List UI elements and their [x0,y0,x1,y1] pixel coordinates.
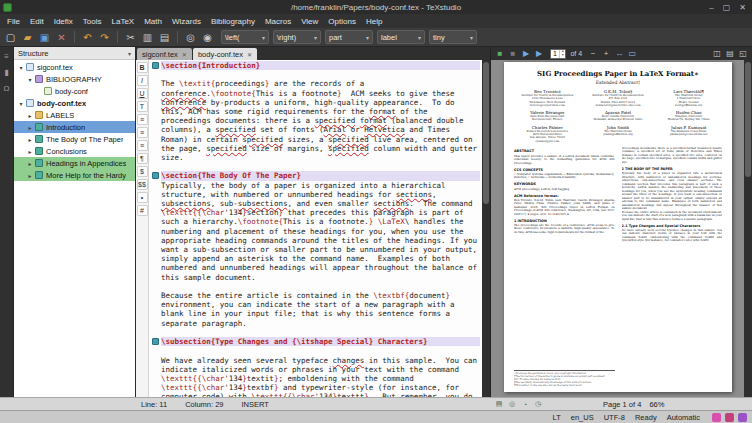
status-en-us[interactable]: en_US [571,413,594,422]
structure-item-sigconf-tex[interactable]: ▾sigconf.tex [14,61,135,73]
new-file-icon[interactable]: ▢ [3,30,18,45]
status-utf-8[interactable]: UTF-8 [604,413,625,422]
minimize-button[interactable]: – [709,3,713,12]
toolbar-combo-sectioning[interactable]: part▾ [325,30,373,44]
section-mark-icon[interactable] [152,338,159,345]
toolbar-combo-references[interactable]: label▾ [377,30,425,44]
structure-item-more-help-for-the-hardy[interactable]: ▸More Help for the Hardy [14,169,135,181]
bookmarks-tab-icon[interactable]: ▮ [1,66,13,78]
two-pages-icon[interactable]: ◫ [711,48,723,60]
flag-magenta-icon[interactable] [712,413,721,422]
structure-item-the-body-of-the-paper[interactable]: ▸The Body of The Paper [14,133,135,145]
structure-item-bibliography[interactable]: ▾BIBLIOGRAPHY [14,73,135,85]
numbered-list-icon[interactable]: # [137,205,148,216]
toolbar-combo-left-delimiter[interactable]: \left(▾ [221,30,269,44]
flag-red-icon[interactable] [725,413,734,422]
replace-icon[interactable]: ◉ [200,30,215,45]
save-icon[interactable]: ▣ [37,30,52,45]
align-right-icon[interactable]: ≡ [137,140,148,151]
status-automatic[interactable]: Automatic [667,413,700,422]
redo-icon[interactable]: ↷ [97,30,112,45]
close-tab-icon[interactable]: ✕ [182,51,187,58]
expander-icon[interactable]: ▸ [26,136,34,143]
expander-icon[interactable]: ▸ [26,112,34,119]
editor-scrollbar-thumb[interactable] [483,62,489,204]
search-icon[interactable]: ◎ [507,399,517,409]
menu-view[interactable]: View [296,14,323,28]
new-paragraph-icon[interactable]: ¶ [137,153,148,164]
spinbox-arrows-icon[interactable]: ▲▼ [559,50,565,58]
fit-width-icon[interactable]: ↔ [613,48,625,60]
menu-file[interactable]: File [2,14,25,28]
toolbar-combo-font-size[interactable]: tiny▾ [429,30,477,44]
bullet-list-icon[interactable]: • [137,192,148,203]
expander-icon[interactable]: ▾ [17,64,25,71]
structure-item-body-conf[interactable]: body-conf [14,85,135,97]
menu-help[interactable]: Help [361,14,387,28]
compile-icon[interactable]: ■ [494,48,506,60]
forward-icon[interactable]: ▶ [533,48,545,60]
structure-panel-header[interactable]: Structure ▾ [14,47,135,60]
messages-icon[interactable]: ▤ [494,399,504,409]
structure-item-conclusions[interactable]: ▸Conclusions [14,145,135,157]
menu-options[interactable]: Options [323,14,361,28]
structure-item-introduction[interactable]: ▸Introduction [14,121,135,133]
expander-icon[interactable]: ▸ [26,160,34,167]
menu-bibliography[interactable]: Bibliography [206,14,260,28]
copy-icon[interactable]: ▥ [140,30,155,45]
maximize-button[interactable]: ▢ [723,3,731,12]
code-scroll-area[interactable]: \section{Introduction} The \textit{proce… [149,60,482,397]
align-center-icon[interactable]: ≡ [137,127,148,138]
menu-tools[interactable]: Tools [78,14,107,28]
pdf-scrollbar[interactable] [744,60,752,397]
page-number-spinbox[interactable]: 1 ▲▼ [550,49,566,59]
fit-window-icon[interactable]: ▭ [626,48,638,60]
book-icon[interactable]: ▤ [724,48,736,60]
paste-icon[interactable]: ▤ [157,30,172,45]
chevron-down-icon[interactable]: ▾ [128,50,131,57]
annotations-icon[interactable]: ◔ [520,399,530,409]
code-editor[interactable]: \section{Introduction} The \textit{proce… [149,60,482,397]
tab-sigconf-tex[interactable]: sigconf.tex✕ [137,48,192,60]
section-mark-icon[interactable] [152,62,159,69]
expander-icon[interactable]: ▾ [17,100,25,107]
menu-idefix[interactable]: Idefix [49,14,78,28]
zoom-out-icon[interactable]: − [587,48,599,60]
open-file-icon[interactable]: ▰ [20,30,35,45]
italic-icon[interactable]: I [137,75,148,86]
detach-icon[interactable]: ◱ [737,48,749,60]
clock-icon[interactable]: ◷ [533,399,543,409]
display-math-icon[interactable]: $$ [137,179,148,190]
typewriter-icon[interactable]: T [137,101,148,112]
expander-icon[interactable]: ▸ [26,148,34,155]
expander-icon[interactable]: ▸ [26,124,34,131]
cut-icon[interactable]: ✂ [123,30,138,45]
editor-scrollbar[interactable] [482,60,490,397]
menu-macros[interactable]: Macros [260,14,296,28]
stop-icon[interactable]: ■ [507,48,519,60]
section-mark-icon[interactable] [152,172,159,179]
title-bar[interactable]: /home/franklin/Papers/body-conf.tex - Te… [0,0,752,14]
undo-icon[interactable]: ↶ [80,30,95,45]
menu-latex[interactable]: LaTeX [107,14,140,28]
menu-wizards[interactable]: Wizards [167,14,206,28]
flag-purple-icon[interactable] [738,413,747,422]
tab-body-conf-tex[interactable]: body-conf.tex✕ [193,48,257,60]
pdf-zoom-indicator[interactable]: 66% [649,400,664,409]
menu-edit[interactable]: Edit [25,14,49,28]
align-left-icon[interactable]: ≡ [137,114,148,125]
structure-item-body-conf-tex[interactable]: ▾body-conf.tex [14,97,135,109]
structure-item-labels[interactable]: ▸LABELS [14,109,135,121]
inline-math-icon[interactable]: $ [137,166,148,177]
back-icon[interactable]: ▶ [520,48,532,60]
status-lt[interactable]: LT [553,413,561,422]
expander-icon[interactable]: ▸ [26,172,34,179]
close-file-icon[interactable]: ✕ [54,30,69,45]
bold-icon[interactable]: B [137,62,148,73]
zoom-in-icon[interactable]: + [600,48,612,60]
find-icon[interactable]: ◎ [183,30,198,45]
pdf-scrollbar-thumb[interactable] [745,62,751,177]
menu-math[interactable]: Math [139,14,167,28]
close-tab-icon[interactable]: ✕ [247,51,252,58]
close-button[interactable]: ✕ [739,3,746,12]
